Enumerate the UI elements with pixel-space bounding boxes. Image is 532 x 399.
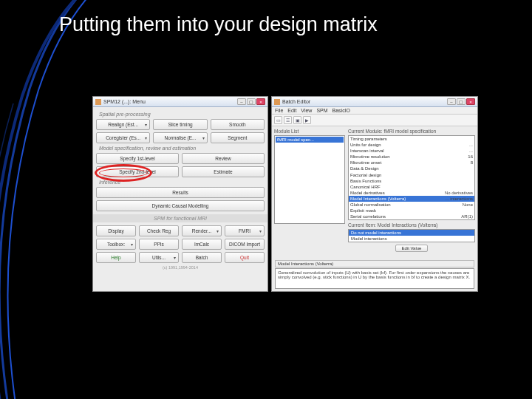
smooth-button[interactable]: Smooth xyxy=(211,119,265,130)
maximize-icon[interactable]: ▢ xyxy=(247,98,256,105)
checkreg-button[interactable]: Check Reg xyxy=(139,225,179,236)
tree-row[interactable]: Model Interactions (Volterra)... interac… xyxy=(349,196,474,202)
normalise-button[interactable]: Normalise (E... xyxy=(153,132,207,143)
slice-timing-button[interactable]: Slice timing xyxy=(153,119,207,130)
tree-row[interactable]: Data & Design xyxy=(349,166,474,171)
tree-row[interactable]: Model derivativesNo derivatives xyxy=(349,190,474,196)
close-icon[interactable]: × xyxy=(466,98,475,105)
batch-menubar: File Edit View SPM BasicIO xyxy=(272,107,477,115)
menu-basicio[interactable]: BasicIO xyxy=(332,108,351,113)
info-panel-label: Model Interactions (Volterra) xyxy=(275,260,474,267)
batch-titlebar: Batch Editor – ▢ × xyxy=(272,97,477,107)
screenshot-area: SPM12 (...): Menu – ▢ × Spatial pre-proc… xyxy=(92,96,478,292)
module-list[interactable]: fMRI model spec... xyxy=(274,135,345,224)
module-list-label: Module List xyxy=(274,129,345,134)
batch-editor-window: Batch Editor – ▢ × File Edit View SPM Ba… xyxy=(271,96,478,292)
batch-button[interactable]: Batch xyxy=(182,252,222,263)
tree-row[interactable]: Explicit mask xyxy=(349,208,474,214)
parameter-tree[interactable]: Timing parameters Units for design... In… xyxy=(348,135,475,220)
menu-edit[interactable]: Edit xyxy=(287,108,296,113)
tree-row[interactable]: Timing parameters xyxy=(349,136,474,142)
option-row[interactable]: Model interactions xyxy=(349,236,474,242)
specify-1st-level-button[interactable]: Specify 1st-level xyxy=(96,153,179,164)
review-button[interactable]: Review xyxy=(182,153,265,164)
save-icon[interactable]: ▣ xyxy=(293,116,301,124)
results-button[interactable]: Results xyxy=(96,187,265,198)
dcm-button[interactable]: Dynamic Causal Modelling xyxy=(96,200,265,211)
spm-titlebar: SPM12 (...): Menu – ▢ × xyxy=(93,97,267,107)
tree-row[interactable]: Interscan interval... xyxy=(349,148,474,154)
section-inference: Inference xyxy=(99,180,265,185)
tree-row[interactable]: Microtime onset8 xyxy=(349,160,474,166)
tree-row[interactable]: Global normalisationNone xyxy=(349,202,474,208)
copyright-text: (c) 1991,1994-2014 xyxy=(96,265,265,270)
tree-row[interactable]: Units for design... xyxy=(349,142,474,148)
app-icon xyxy=(274,99,280,105)
maximize-icon[interactable]: ▢ xyxy=(457,98,466,105)
imcalc-button[interactable]: ImCalc xyxy=(182,239,222,250)
module-item[interactable]: fMRI model spec... xyxy=(276,137,344,143)
current-module-label: Current Module: fMRI model specification xyxy=(348,129,475,134)
close-icon[interactable]: × xyxy=(256,98,265,105)
slide-title: Putting them into your design matrix xyxy=(59,13,378,36)
value-options-list[interactable]: Do not model interactionsModel interacti… xyxy=(348,229,475,242)
menu-spm[interactable]: SPM xyxy=(316,108,327,113)
option-row[interactable]: Do not model interactions xyxy=(349,230,474,236)
utils-button[interactable]: Utils... xyxy=(139,252,179,263)
tree-row[interactable]: Serial correlationsAR(1) xyxy=(349,214,474,219)
render-button[interactable]: Render... xyxy=(182,225,222,236)
segment-button[interactable]: Segment xyxy=(211,132,265,143)
info-panel-text: Generalized convolution of inputs (U) wi… xyxy=(275,268,474,289)
open-icon[interactable]: ☰ xyxy=(284,116,292,124)
estimate-button[interactable]: Estimate xyxy=(182,166,265,177)
app-icon xyxy=(95,99,101,105)
specify-2nd-level-button[interactable]: Specify 2nd-level xyxy=(96,166,179,177)
realign-button[interactable]: Realign (Est... xyxy=(96,119,150,130)
spm-window-title: SPM12 (...): Menu xyxy=(103,99,146,104)
batch-window-title: Batch Editor xyxy=(282,99,310,104)
menu-view[interactable]: View xyxy=(301,108,312,113)
minimize-icon[interactable]: – xyxy=(237,98,246,105)
coregister-button[interactable]: Coregister (Es... xyxy=(96,132,150,143)
minimize-icon[interactable]: – xyxy=(447,98,456,105)
new-icon[interactable]: ▭ xyxy=(274,116,282,124)
tree-row[interactable]: Microtime resolution16 xyxy=(349,154,474,160)
menu-file[interactable]: File xyxy=(275,108,283,113)
section-model: Model specification, review and estimati… xyxy=(99,146,265,151)
spm-footer-bar: SPM for functional MRI xyxy=(93,214,267,222)
section-spatial: Spatial pre-processing xyxy=(99,112,265,117)
tree-row[interactable]: Factorial design xyxy=(349,172,474,178)
display-button[interactable]: Display xyxy=(96,225,136,236)
spm-menu-window: SPM12 (...): Menu – ▢ × Spatial pre-proc… xyxy=(92,96,268,292)
edit-value-button[interactable]: Edit Value xyxy=(395,245,429,252)
current-item-label: Current Item: Model Interactions (Volter… xyxy=(348,222,475,228)
run-icon[interactable]: ▶ xyxy=(303,116,311,124)
fmri-button[interactable]: FMRI xyxy=(225,225,265,236)
tree-row[interactable]: Canonical HRF xyxy=(349,184,474,190)
dicom-button[interactable]: DICOM Import xyxy=(225,239,265,250)
toolbox-button[interactable]: Toolbox: xyxy=(96,239,136,250)
tree-row[interactable]: Basis Functions xyxy=(349,178,474,184)
help-button[interactable]: Help xyxy=(96,252,136,263)
ppis-button[interactable]: PPIs xyxy=(139,239,179,250)
quit-button[interactable]: Quit xyxy=(225,252,265,263)
batch-toolbar: ▭ ☰ ▣ ▶ xyxy=(272,115,477,126)
